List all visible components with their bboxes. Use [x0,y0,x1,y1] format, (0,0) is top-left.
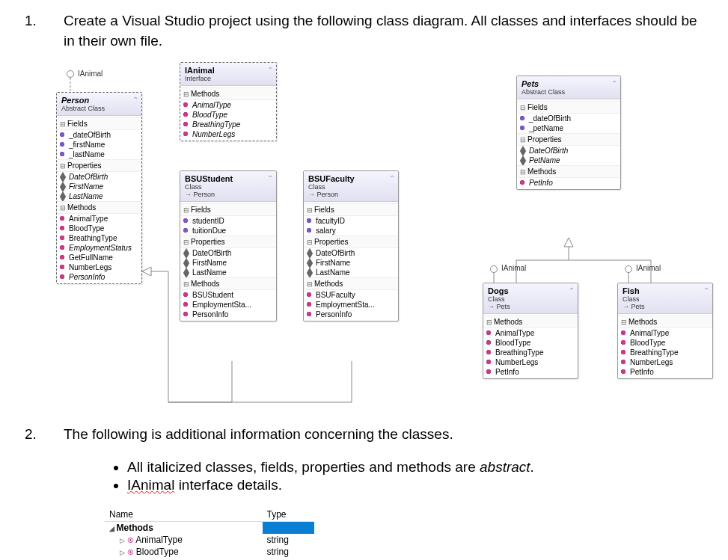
section-methods: Methods [517,165,620,178]
member-firstname: FirstName [180,258,276,268]
member-numberlegs: NumberLegs [57,262,141,272]
member-animaltype: AnimalType [180,100,276,110]
prop-icon [307,258,313,268]
question-2: 2.The following is additional informatio… [64,425,698,445]
method-icon [59,235,66,241]
field-icon [59,141,66,148]
member-bloodtype: BloodType [57,224,141,233]
member-_firstname: _firstName [57,140,141,150]
class-fish: FishClass→ Pets⌃MethodsAnimalTypeBloodTy… [617,283,713,379]
section-properties: Properties [57,159,141,172]
field-icon [306,227,313,234]
method-icon [183,102,189,108]
method-icon [486,330,492,336]
prop-icon [60,172,66,182]
member-animaltype: AnimalType [483,328,578,338]
member-petinfo: PetInfo [483,367,578,377]
member-breathingtype: BreathingType [618,348,712,357]
q2-number: 2. [44,425,59,445]
section-methods: Methods [618,316,712,328]
member-employmentsta: EmploymentSta... [304,300,398,310]
class-title: BSUStudent [185,174,272,183]
collapse-icon[interactable]: ⌃ [569,286,575,295]
collapse-icon[interactable]: ⌃ [611,79,617,87]
member-bloodtype: BloodType [180,110,276,120]
method-icon [486,349,492,356]
col-name: Name [105,508,263,522]
ianimal-label-dogs: IAnimal [501,264,526,272]
class-dogs: DogsClass→ Pets⌃MethodsAnimalTypeBloodTy… [483,283,578,379]
method-icon [306,292,313,298]
svg-marker-8 [564,238,573,247]
member-animaltype: AnimalType [57,214,141,224]
class-pets: PetsAbstract Class⌃Fields_dateOfBirth_pe… [516,76,621,190]
class-title: Fish [623,286,708,295]
method-icon [59,225,66,232]
field-icon [519,115,526,122]
member-numberlegs: NumberLegs [618,357,712,367]
field-icon [519,125,526,132]
member-dateofbirth: DateOfBirth [304,248,398,258]
class-inherits: → Pets [488,303,573,310]
class-title: Dogs [488,286,573,295]
class-stereotype: Class [185,183,272,191]
method-icon [620,349,627,356]
member-salary: salary [304,226,398,236]
methods-header-row: ◢ Methods [105,521,314,534]
collapse-icon[interactable]: ⌃ [703,286,709,295]
method-icon [620,339,627,346]
method-row: ▷ ⦿ AnimalTypestring [105,534,314,546]
method-icon [306,311,313,318]
member-petname: PetName [517,156,620,165]
member-studentid: studentID [180,216,276,226]
method-icon [183,311,189,318]
method-icon [59,264,66,271]
collapse-icon[interactable]: ⌃ [389,174,395,182]
lollipop-icon [625,265,632,273]
method-icon [519,179,526,186]
prop-icon [307,248,313,258]
section-fields: Fields [304,203,398,216]
question-1: 1.Create a Visual Studio project using t… [64,11,698,51]
class-stereotype: Class [623,295,708,303]
ianimal-label-person: IAnimal [78,70,103,78]
member-employmentstatus: EmploymentStatus [57,243,141,253]
method-icon [306,301,313,308]
collapse-icon[interactable]: ⌃ [267,174,273,182]
method-icon [59,244,66,251]
member-_lastname: _lastName [57,150,141,159]
class-stereotype: Abstract Class [61,105,137,112]
q1-number: 1. [44,11,59,31]
prop-icon [520,146,526,156]
q2-bullets: All italicized classes, fields, properti… [97,459,698,493]
col-type: Type [263,508,315,522]
collapse-icon[interactable]: ⌃ [132,96,138,104]
method-icon [59,254,66,261]
member-animaltype: AnimalType [618,328,712,338]
interface-ianimal: IAnimalInterface⌃MethodsAnimalTypeBloodT… [180,62,277,141]
section-methods: Methods [180,277,276,290]
member-_dateofbirth: _dateOfBirth [517,114,620,123]
class-bsufaculty: BSUFacultyClass→ Person⌃FieldsfacultyIDs… [303,170,399,321]
member-personinfo: PersonInfo [57,272,141,282]
member-dateofbirth: DateOfBirth [57,172,141,182]
class-stereotype: Class [488,295,573,303]
prop-icon [183,248,189,258]
prop-icon [183,258,189,268]
class-diagram: IAnimal PersonAbstract Class⌃Fields_date… [22,62,718,417]
field-icon [306,218,313,224]
method-row: ▷ ⦿ BloodTypestring [105,546,314,558]
class-inherits: → Person [185,191,272,198]
member-getfullname: GetFullName [57,253,141,262]
collapse-icon[interactable]: ⌃ [267,66,273,74]
class-stereotype: Interface [185,75,272,82]
ianimal-label-fish: IAnimal [636,264,661,272]
lollipop-icon [67,70,74,78]
member-tuitiondue: tuitionDue [180,226,276,236]
class-inherits: → Pets [623,303,708,310]
q2-text: The following is additional information … [64,426,453,442]
method-icon [620,330,627,336]
member-breathingtype: BreathingType [483,348,578,357]
section-methods: Methods [180,87,276,100]
svg-marker-1 [142,267,151,276]
